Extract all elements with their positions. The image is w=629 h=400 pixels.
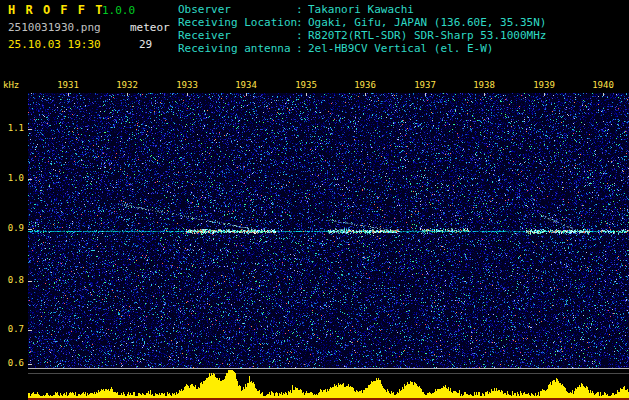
y-axis-unit: kHz [3,80,19,90]
info-label: Observer [178,3,296,16]
info-value: Ogaki, Gifu, JAPAN (136.60E, 35.35N) [308,16,546,29]
y-tick-label: 0.7 [0,324,24,334]
x-tick-label: 1932 [107,80,147,90]
x-tick-label: 1931 [48,80,88,90]
info-label: Receiving Location [178,16,296,29]
y-tick-label: 0.8 [0,275,24,285]
x-tick-label: 1934 [226,80,266,90]
info-separator: : [296,29,308,42]
info-value: 2el-HB9CV Vertical (el. E-W) [308,42,493,55]
info-separator: : [296,3,308,16]
x-tick-label: 1939 [524,80,564,90]
info-label: Receiver [178,29,296,42]
hrofft-output: H R O F F T 1.0.0 2510031930.png meteor … [0,0,629,400]
x-tick-label: 1935 [286,80,326,90]
info-separator: : [296,16,308,29]
x-tick-label: 1940 [583,80,623,90]
app-version: 1.0.0 [102,4,135,17]
y-tick-label: 1.1 [0,123,24,133]
info-separator: : [296,42,308,55]
info-value: Takanori Kawachi [308,3,414,16]
x-tick-label: 1938 [464,80,504,90]
output-filename: 2510031930.png [8,21,101,34]
spectrogram-canvas [28,93,629,400]
y-tick-label: 1.0 [0,173,24,183]
info-row-location: Receiving Location:Ogaki, Gifu, JAPAN (1… [178,16,546,29]
x-tick-label: 1936 [345,80,385,90]
info-value: R820T2(RTL-SDR) SDR-Sharp 53.1000MHz [308,29,546,42]
y-tick-label: 0.9 [0,223,24,233]
info-row-receiver: Receiver:R820T2(RTL-SDR) SDR-Sharp 53.10… [178,29,546,42]
mode-label: meteor [130,21,170,34]
app-title: H R O F F T [8,3,104,17]
y-tick-label: 0.6 [0,358,24,368]
x-tick-label: 1933 [167,80,207,90]
info-row-observer: Observer:Takanori Kawachi [178,3,414,16]
observation-datetime: 25.10.03 19:30 [8,38,101,51]
info-label: Receiving antenna [178,42,296,55]
echo-count: 29 [139,38,152,51]
x-tick-label: 1937 [405,80,445,90]
info-row-antenna: Receiving antenna:2el-HB9CV Vertical (el… [178,42,493,55]
